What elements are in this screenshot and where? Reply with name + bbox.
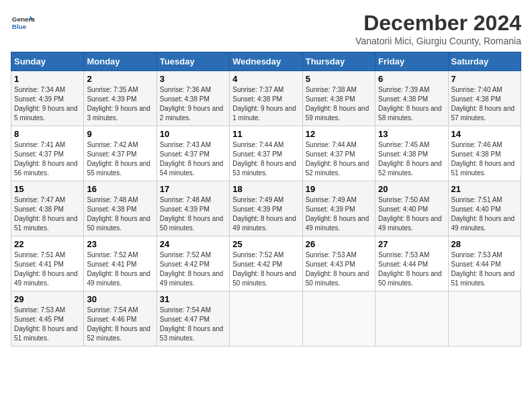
- calendar-cell: 6Sunrise: 7:39 AM Sunset: 4:38 PM Daylig…: [375, 71, 448, 126]
- calendar-week-row: 29Sunrise: 7:53 AM Sunset: 4:45 PM Dayli…: [11, 291, 521, 347]
- day-number: 25: [232, 239, 299, 249]
- weekday-header-row: SundayMondayTuesdayWednesdayThursdayFrid…: [11, 52, 521, 71]
- logo: General Blue: [11, 11, 35, 35]
- day-number: 6: [378, 74, 445, 84]
- calendar-cell: [302, 291, 375, 347]
- calendar-cell: 10Sunrise: 7:43 AM Sunset: 4:37 PM Dayli…: [157, 126, 229, 181]
- day-info: Sunrise: 7:52 AM Sunset: 4:42 PM Dayligh…: [232, 250, 299, 288]
- calendar-cell: 25Sunrise: 7:52 AM Sunset: 4:42 PM Dayli…: [230, 236, 302, 291]
- day-info: Sunrise: 7:35 AM Sunset: 4:39 PM Dayligh…: [87, 85, 153, 123]
- calendar-cell: 21Sunrise: 7:51 AM Sunset: 4:40 PM Dayli…: [448, 181, 521, 236]
- day-number: 14: [451, 129, 518, 139]
- calendar-body: 1Sunrise: 7:34 AM Sunset: 4:39 PM Daylig…: [11, 71, 521, 347]
- calendar-cell: 31Sunrise: 7:54 AM Sunset: 4:47 PM Dayli…: [157, 291, 229, 347]
- calendar-week-row: 22Sunrise: 7:51 AM Sunset: 4:41 PM Dayli…: [11, 236, 521, 291]
- day-info: Sunrise: 7:40 AM Sunset: 4:38 PM Dayligh…: [451, 85, 518, 123]
- calendar-cell: 18Sunrise: 7:49 AM Sunset: 4:39 PM Dayli…: [230, 181, 302, 236]
- calendar-cell: 27Sunrise: 7:53 AM Sunset: 4:44 PM Dayli…: [375, 236, 448, 291]
- day-info: Sunrise: 7:44 AM Sunset: 4:37 PM Dayligh…: [306, 140, 372, 178]
- calendar-cell: 17Sunrise: 7:48 AM Sunset: 4:39 PM Dayli…: [157, 181, 229, 236]
- day-info: Sunrise: 7:38 AM Sunset: 4:38 PM Dayligh…: [306, 85, 372, 123]
- day-info: Sunrise: 7:36 AM Sunset: 4:38 PM Dayligh…: [160, 85, 226, 123]
- day-number: 24: [160, 239, 226, 249]
- day-number: 17: [160, 184, 226, 194]
- day-info: Sunrise: 7:48 AM Sunset: 4:39 PM Dayligh…: [160, 195, 226, 233]
- calendar-cell: [375, 291, 448, 347]
- weekday-header-cell: Sunday: [11, 52, 84, 71]
- day-info: Sunrise: 7:53 AM Sunset: 4:43 PM Dayligh…: [306, 250, 372, 288]
- calendar-cell: 20Sunrise: 7:50 AM Sunset: 4:40 PM Dayli…: [375, 181, 448, 236]
- day-number: 18: [232, 184, 299, 194]
- weekday-header-cell: Wednesday: [230, 52, 302, 71]
- calendar-cell: 3Sunrise: 7:36 AM Sunset: 4:38 PM Daylig…: [157, 71, 229, 126]
- calendar-cell: 16Sunrise: 7:48 AM Sunset: 4:38 PM Dayli…: [84, 181, 157, 236]
- logo-icon: General Blue: [11, 11, 35, 35]
- calendar-cell: 14Sunrise: 7:46 AM Sunset: 4:38 PM Dayli…: [448, 126, 521, 181]
- day-number: 10: [160, 129, 226, 139]
- calendar-cell: 1Sunrise: 7:34 AM Sunset: 4:39 PM Daylig…: [11, 71, 84, 126]
- day-info: Sunrise: 7:52 AM Sunset: 4:41 PM Dayligh…: [87, 250, 153, 288]
- day-number: 1: [14, 74, 81, 84]
- day-info: Sunrise: 7:49 AM Sunset: 4:39 PM Dayligh…: [232, 195, 299, 233]
- calendar-cell: 15Sunrise: 7:47 AM Sunset: 4:38 PM Dayli…: [11, 181, 84, 236]
- calendar-cell: 26Sunrise: 7:53 AM Sunset: 4:43 PM Dayli…: [302, 236, 375, 291]
- day-number: 31: [160, 294, 226, 304]
- calendar-cell: 30Sunrise: 7:54 AM Sunset: 4:46 PM Dayli…: [84, 291, 157, 347]
- weekday-header-cell: Tuesday: [157, 52, 229, 71]
- calendar-week-row: 15Sunrise: 7:47 AM Sunset: 4:38 PM Dayli…: [11, 181, 521, 236]
- day-info: Sunrise: 7:52 AM Sunset: 4:42 PM Dayligh…: [160, 250, 226, 288]
- day-number: 27: [378, 239, 445, 249]
- calendar-cell: 11Sunrise: 7:44 AM Sunset: 4:37 PM Dayli…: [230, 126, 302, 181]
- calendar-cell: 4Sunrise: 7:37 AM Sunset: 4:38 PM Daylig…: [230, 71, 302, 126]
- calendar-cell: 28Sunrise: 7:53 AM Sunset: 4:44 PM Dayli…: [448, 236, 521, 291]
- day-number: 2: [87, 74, 153, 84]
- header: General Blue December 2024 Vanatorii Mic…: [11, 11, 521, 46]
- day-info: Sunrise: 7:53 AM Sunset: 4:45 PM Dayligh…: [14, 306, 81, 343]
- calendar-table: SundayMondayTuesdayWednesdayThursdayFrid…: [11, 52, 521, 347]
- calendar-cell: 2Sunrise: 7:35 AM Sunset: 4:39 PM Daylig…: [84, 71, 157, 126]
- weekday-header-cell: Monday: [84, 52, 157, 71]
- day-info: Sunrise: 7:44 AM Sunset: 4:37 PM Dayligh…: [232, 140, 299, 178]
- calendar-title: December 2024: [355, 11, 521, 36]
- day-number: 20: [378, 184, 445, 194]
- day-number: 3: [160, 74, 226, 84]
- calendar-cell: 22Sunrise: 7:51 AM Sunset: 4:41 PM Dayli…: [11, 236, 84, 291]
- day-number: 16: [87, 184, 153, 194]
- day-info: Sunrise: 7:42 AM Sunset: 4:37 PM Dayligh…: [87, 140, 153, 178]
- day-number: 21: [451, 184, 518, 194]
- day-info: Sunrise: 7:43 AM Sunset: 4:37 PM Dayligh…: [160, 140, 226, 178]
- day-number: 5: [306, 74, 372, 84]
- day-number: 15: [14, 184, 81, 194]
- day-number: 23: [87, 239, 153, 249]
- day-number: 28: [451, 239, 518, 249]
- day-info: Sunrise: 7:51 AM Sunset: 4:41 PM Dayligh…: [14, 250, 81, 288]
- day-info: Sunrise: 7:45 AM Sunset: 4:38 PM Dayligh…: [378, 140, 445, 178]
- day-info: Sunrise: 7:48 AM Sunset: 4:38 PM Dayligh…: [87, 195, 153, 233]
- weekday-header-cell: Saturday: [448, 52, 521, 71]
- calendar-subtitle: Vanatorii Mici, Giurgiu County, Romania: [355, 36, 521, 46]
- day-number: 30: [87, 294, 153, 304]
- day-number: 13: [378, 129, 445, 139]
- calendar-week-row: 1Sunrise: 7:34 AM Sunset: 4:39 PM Daylig…: [11, 71, 521, 126]
- day-info: Sunrise: 7:50 AM Sunset: 4:40 PM Dayligh…: [378, 195, 445, 233]
- title-block: December 2024 Vanatorii Mici, Giurgiu Co…: [355, 11, 521, 46]
- day-number: 29: [14, 294, 81, 304]
- day-info: Sunrise: 7:41 AM Sunset: 4:37 PM Dayligh…: [14, 140, 81, 178]
- weekday-header-cell: Thursday: [302, 52, 375, 71]
- day-info: Sunrise: 7:37 AM Sunset: 4:38 PM Dayligh…: [232, 85, 299, 123]
- day-info: Sunrise: 7:39 AM Sunset: 4:38 PM Dayligh…: [378, 85, 445, 123]
- calendar-cell: 24Sunrise: 7:52 AM Sunset: 4:42 PM Dayli…: [157, 236, 229, 291]
- day-info: Sunrise: 7:54 AM Sunset: 4:46 PM Dayligh…: [87, 306, 153, 343]
- day-number: 11: [232, 129, 299, 139]
- day-info: Sunrise: 7:34 AM Sunset: 4:39 PM Dayligh…: [14, 85, 81, 123]
- day-info: Sunrise: 7:53 AM Sunset: 4:44 PM Dayligh…: [378, 250, 445, 288]
- day-info: Sunrise: 7:49 AM Sunset: 4:39 PM Dayligh…: [306, 195, 372, 233]
- day-number: 26: [306, 239, 372, 249]
- day-number: 4: [232, 74, 299, 84]
- calendar-cell: 9Sunrise: 7:42 AM Sunset: 4:37 PM Daylig…: [84, 126, 157, 181]
- calendar-cell: 29Sunrise: 7:53 AM Sunset: 4:45 PM Dayli…: [11, 291, 84, 347]
- calendar-cell: 5Sunrise: 7:38 AM Sunset: 4:38 PM Daylig…: [302, 71, 375, 126]
- day-info: Sunrise: 7:51 AM Sunset: 4:40 PM Dayligh…: [451, 195, 518, 233]
- day-number: 19: [306, 184, 372, 194]
- day-number: 7: [451, 74, 518, 84]
